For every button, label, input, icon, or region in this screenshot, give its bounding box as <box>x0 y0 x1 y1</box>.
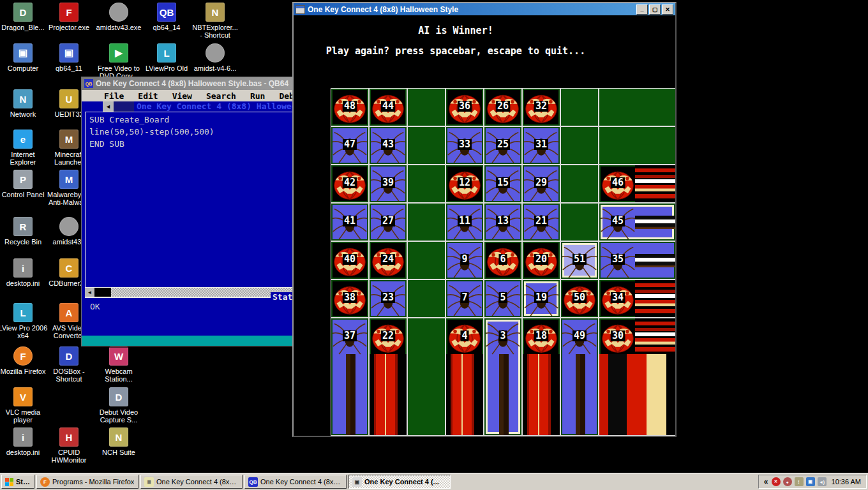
board-cell-r6c8: 34 <box>599 279 675 318</box>
desktop-icon-lviewpro-old[interactable]: LLViewPro Old <box>142 43 191 72</box>
hwmonitor-icon: H <box>59 427 79 447</box>
desktop-icon-mozilla-firefox[interactable]: FMozilla Firefox <box>0 346 48 375</box>
start-button[interactable]: Start <box>1 475 34 489</box>
desktop-icon-desktop-ini[interactable]: idesktop.ini <box>0 427 48 456</box>
board-cell-r4c7 <box>560 203 599 241</box>
desktop-icon-qb64-14[interactable]: QBqb64_14 <box>142 3 191 31</box>
desktop-icon-label: desktop.ini <box>0 279 48 287</box>
dragon-doc-icon: D <box>13 3 33 22</box>
desktop-icon-network[interactable]: NNetwork <box>0 89 48 118</box>
desktop-icon-control-panel[interactable]: PControl Panel <box>0 170 48 198</box>
taskbar-button-programs-mozilla-firefox[interactable]: FPrograms - Mozilla Firefox <box>36 475 138 489</box>
desktop-icon-label: VLC media player <box>0 408 48 424</box>
desktop-icon-recycle-bin[interactable]: RRecycle Bin <box>0 217 48 246</box>
desktop-icon-label: qb64_14 <box>142 24 191 31</box>
desktop-icon-label: Network <box>0 110 48 118</box>
desktop-icon-computer[interactable]: ▣Computer <box>0 43 48 72</box>
board-cell-r3c6: 29 <box>522 165 560 203</box>
stretch-artifact-v <box>370 354 407 435</box>
network-icon[interactable]: ▣ <box>806 477 815 486</box>
board-cell-r4c3 <box>407 203 445 241</box>
board-cell-r2c2: 43 <box>369 126 407 165</box>
tab-scroll-left-icon[interactable]: ◄ <box>103 101 114 112</box>
stretch-artifact-h <box>635 280 675 318</box>
board-cell-r6c1: 38 <box>331 279 369 318</box>
desktop-icon-projector-exe[interactable]: FProjector.exe <box>44 3 94 31</box>
menu-item-edit[interactable]: Edit <box>131 91 165 101</box>
board-cell-r4c1: 41 <box>331 203 369 241</box>
desktop-icon-internet-explorer[interactable]: eInternet Explorer <box>0 130 48 166</box>
menu-item-view[interactable]: View <box>165 91 199 101</box>
desktop-icon-vlc-media-player[interactable]: VVLC media player <box>0 387 48 424</box>
cell-number: 43 <box>381 139 395 150</box>
board-cell-r4c2: 27 <box>369 203 407 241</box>
minimize-button[interactable]: _ <box>636 4 648 15</box>
game-canvas[interactable]: AI is Winner! Play again? press spacebar… <box>294 15 675 436</box>
cell-number: 13 <box>496 216 510 226</box>
desktop-icon-label: qb64_11 <box>44 64 94 72</box>
menu-item-file[interactable]: File <box>97 91 131 101</box>
game-titlebar[interactable]: One Key Connect 4 (8x8) Halloween Style … <box>294 3 675 15</box>
desktop-icon-dosbox-shortcut[interactable]: DDOSBox - Shortcut <box>44 346 94 383</box>
menu-item-search[interactable]: Search <box>199 91 243 101</box>
desktop-icon-webcam-station[interactable]: WWebcam Station... <box>94 346 144 383</box>
scrollbar-thumb[interactable] <box>94 288 111 297</box>
scroll-left-icon[interactable]: ◄ <box>85 288 94 297</box>
cell-number: 15 <box>496 177 510 188</box>
cell-number: 33 <box>458 139 472 150</box>
volume-icon[interactable]: ◄) <box>818 477 827 486</box>
taskbar: Start FPrograms - Mozilla Firefox≣One Ke… <box>0 473 868 490</box>
taskbar-button-one-key-connect-4-8x8[interactable]: ≣One Key Connect 4 (8x8) ... <box>140 475 243 489</box>
recycle-bin-icon: R <box>13 217 33 236</box>
desktop-icon-amidst-v4-6[interactable]: amidst-v4-6... <box>190 43 240 72</box>
tray-overflow-icon[interactable]: « <box>764 477 768 486</box>
app-window-icon: ▣ <box>59 43 79 63</box>
desktop-icon-amidstv43-exe[interactable]: amidstv43.exe <box>94 3 144 31</box>
close-button[interactable]: ✕ <box>662 4 673 15</box>
network-icon: N <box>13 89 33 108</box>
desktop-icon-nbtexplorer-shortcut[interactable]: NNBTExplorer... - Shortcut <box>190 3 240 39</box>
cell-number: 21 <box>534 216 548 226</box>
board-cell-r6c6: 19 <box>522 279 560 318</box>
stretch-artifact-h <box>635 318 675 357</box>
board-cell-r2c5: 25 <box>484 126 522 165</box>
cell-number: 6 <box>498 254 507 265</box>
board-cell-r3c5: 15 <box>484 165 522 203</box>
desktop-icon-dragon-ble[interactable]: DDragon_Ble... <box>0 3 48 31</box>
desktop-icon-label: NBTExplorer... - Shortcut <box>190 24 240 39</box>
board-cell-r7c6: 18 <box>522 318 560 436</box>
task-button-label: One Key Connect 4 (... <box>364 478 439 486</box>
start-label: Start <box>16 478 31 486</box>
window-controls: _▢✕ <box>635 4 673 15</box>
sphere-icon <box>59 217 79 236</box>
maximize-button[interactable]: ▢ <box>649 4 661 15</box>
cell-number: 46 <box>611 177 625 188</box>
bas-file-icon: ≣ <box>144 477 154 487</box>
board-cell-r4c6: 21 <box>522 203 560 241</box>
desktop-icon-desktop-ini[interactable]: idesktop.ini <box>0 258 48 287</box>
desktop-icon-debut-video-capture-s[interactable]: DDebut Video Capture S... <box>94 387 144 424</box>
menu-item-run[interactable]: Run <box>243 91 272 101</box>
taskbar-button-one-key-connect-4-8x8[interactable]: QBOne Key Connect 4 (8x8) ... <box>244 475 347 489</box>
cell-number: 31 <box>534 139 548 150</box>
desktop-icon-qb64-11[interactable]: ▣qb64_11 <box>44 43 94 72</box>
cell-number: 35 <box>611 254 625 265</box>
desktop-icon-lview-pro-2006-x64[interactable]: LLView Pro 2006 x64 <box>0 303 48 339</box>
desktop-icon-free-video-to-dvd-conv[interactable]: ▶Free Video to DVD Conv... <box>94 43 144 80</box>
cell-number: 25 <box>496 139 510 150</box>
board-cell-r3c1: 42 <box>331 165 369 203</box>
cell-number: 44 <box>381 101 395 112</box>
computer-icon: ▣ <box>13 43 33 63</box>
flash-icon: F <box>59 3 79 22</box>
desktop-icon-cpuid-hwmonitor[interactable]: HCPUID HWMonitor <box>44 427 94 464</box>
board-cell-r5c6: 20 <box>522 241 560 279</box>
security-shield-icon[interactable]: ✕ <box>772 477 781 486</box>
desktop-icon-nch-suite[interactable]: NNCH Suite <box>94 427 144 456</box>
malware-alert-icon[interactable]: ● <box>783 477 792 486</box>
board-cell-r6c7: 50 <box>560 279 599 318</box>
update-warning-icon[interactable]: ! <box>795 477 804 486</box>
taskbar-button-one-key-connect-4[interactable]: ▣One Key Connect 4 (... <box>348 475 451 489</box>
board-cell-r6c5: 5 <box>484 279 522 318</box>
cell-number: 11 <box>458 216 472 226</box>
dosbox-icon: D <box>59 346 79 366</box>
